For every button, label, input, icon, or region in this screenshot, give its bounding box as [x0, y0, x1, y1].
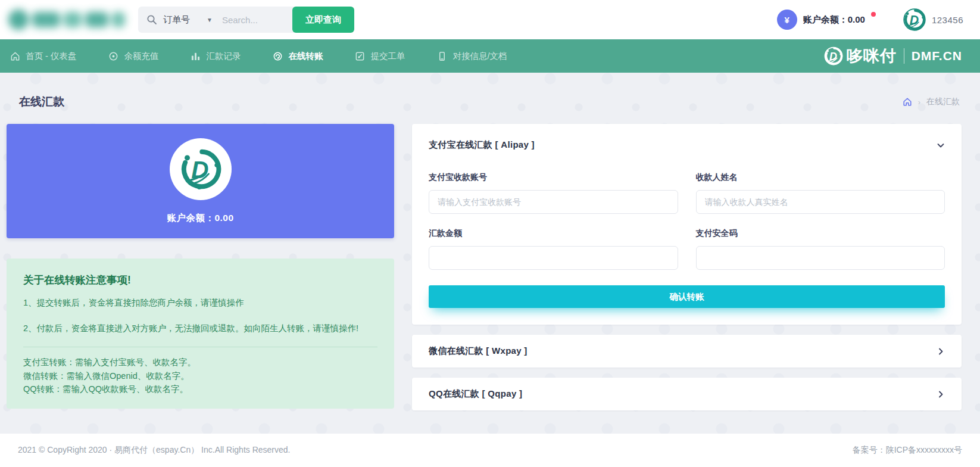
- copyright-text: 2021 © CopyRight 2020 · 易商代付（espay.Cn） I…: [18, 445, 290, 456]
- notice-tip: 支付宝转账：需输入支付宝账号、收款名字。: [23, 356, 377, 369]
- security-code-input[interactable]: [696, 246, 945, 270]
- payee-name-input[interactable]: [696, 190, 945, 214]
- brand-divider: [904, 48, 904, 64]
- alipay-account-input[interactable]: [429, 190, 678, 214]
- brand-avatar-icon: [903, 8, 926, 31]
- balance-card-logo: [170, 138, 232, 200]
- notification-dot: [871, 12, 876, 17]
- confirm-transfer-button[interactable]: 确认转账: [429, 285, 945, 308]
- nav-item-records[interactable]: 汇款记录: [174, 39, 257, 73]
- ticket-edit-icon: [355, 51, 365, 61]
- search-icon: [146, 14, 157, 25]
- chevron-right-icon[interactable]: [937, 347, 945, 356]
- brand-name-en: DMF.CN: [912, 49, 962, 63]
- field-label-account: 支付宝收款账号: [429, 172, 678, 183]
- wxpay-panel: 微信在线汇款 [ Wxpay ]: [412, 335, 962, 368]
- alipay-panel: 支付宝在线汇款 [ Alipay ] 支付宝收款账号 收款人姓名: [412, 124, 962, 325]
- icp-record-text: 备案号：陕ICP备xxxxxxxxx号: [853, 445, 962, 456]
- site-logo-blurred[interactable]: [8, 7, 125, 32]
- brand-name-cn: 哆咪付: [847, 45, 897, 67]
- field-label-payee-name: 收款人姓名: [696, 172, 945, 183]
- qqpay-panel: QQ在线汇款 [ Qqpay ]: [412, 378, 962, 410]
- breadcrumb-home-icon[interactable]: [903, 97, 912, 107]
- chevron-right-icon[interactable]: [937, 390, 945, 398]
- breadcrumb-separator: ›: [918, 98, 920, 107]
- search-category-value: 订单号: [163, 14, 190, 26]
- header-balance-value: 0.00: [848, 14, 865, 24]
- chevron-down-icon[interactable]: [937, 141, 945, 150]
- account-balance-menu[interactable]: ¥ 账户余额：0.00: [777, 10, 876, 30]
- username: 123456: [932, 15, 963, 25]
- main-nav: 首页 - 仪表盘 余额充值 汇款记录 在线转账 提交工单 对接信息/文档 哆咪付…: [0, 39, 980, 73]
- nav-item-dashboard[interactable]: 首页 - 仪表盘: [0, 39, 92, 73]
- yuan-icon: ¥: [777, 10, 797, 30]
- nav-item-ticket[interactable]: 提交工单: [339, 39, 421, 73]
- search-category-select[interactable]: 订单号 ▼: [163, 14, 222, 26]
- field-label-security-code: 支付安全码: [696, 228, 945, 239]
- nav-item-transfer[interactable]: 在线转账: [257, 39, 339, 73]
- balance-card-value: 0.00: [214, 213, 233, 223]
- notice-item: 2、付款后，资金将直接进入对方账户，无法撤回或退款。如向陌生人转账，请谨慎操作!: [23, 322, 377, 335]
- user-menu[interactable]: 123456: [903, 8, 963, 31]
- qqpay-panel-header[interactable]: QQ在线汇款 [ Qqpay ]: [412, 378, 962, 410]
- top-header: 订单号 ▼ 立即查询 ¥ 账户余额：0.00 123456: [0, 0, 980, 39]
- transfer-notice-card: 关于在线转账注意事项! 1、提交转账后，资金将直接扣除您商户余额，请谨慎操作 2…: [7, 259, 394, 409]
- recharge-icon: [108, 51, 118, 61]
- order-search-bar: 订单号 ▼ 立即查询: [138, 7, 354, 33]
- home-icon: [10, 51, 20, 61]
- nav-item-docs[interactable]: 对接信息/文档: [421, 39, 523, 73]
- alipay-panel-title: 支付宝在线汇款 [ Alipay ]: [429, 139, 535, 151]
- notice-tip: 微信转账：需输入微信Openid、收款名字。: [23, 369, 377, 382]
- wxpay-panel-title: 微信在线汇款 [ Wxpay ]: [429, 345, 528, 357]
- breadcrumb: › 在线汇款: [903, 96, 960, 107]
- balance-card: 账户余额：0.00: [7, 124, 394, 238]
- breadcrumb-current: 在线汇款: [926, 96, 960, 107]
- search-input[interactable]: [222, 15, 292, 25]
- notice-item: 1、提交转账后，资金将直接扣除您商户余额，请谨慎操作: [23, 297, 377, 309]
- alipay-panel-header[interactable]: 支付宝在线汇款 [ Alipay ]: [412, 124, 962, 151]
- nav-item-recharge[interactable]: 余额充值: [92, 39, 174, 73]
- notice-tip: QQ转账：需输入QQ收款账号、收款名字。: [23, 382, 377, 396]
- page-title: 在线汇款: [19, 94, 64, 110]
- notice-divider: [23, 347, 377, 347]
- notice-title: 关于在线转账注意事项!: [23, 273, 377, 287]
- records-chart-icon: [191, 51, 201, 61]
- transfer-icon: [273, 51, 283, 61]
- page-footer: 2021 © CopyRight 2020 · 易商代付（espay.Cn） I…: [0, 434, 980, 467]
- brand-logo: 哆咪付 DMF.CN: [824, 39, 962, 73]
- docs-icon: [437, 51, 447, 61]
- chevron-down-icon: ▼: [207, 17, 213, 23]
- qqpay-panel-title: QQ在线汇款 [ Qqpay ]: [429, 388, 522, 400]
- query-now-button[interactable]: 立即查询: [292, 7, 354, 33]
- field-label-amount: 汇款金额: [429, 228, 678, 239]
- brand-ring-icon: [824, 46, 843, 66]
- balance-card-text: 账户余额：0.00: [167, 212, 233, 225]
- wxpay-panel-header[interactable]: 微信在线汇款 [ Wxpay ]: [412, 335, 962, 368]
- header-balance-label: 账户余额：0.00: [803, 10, 865, 30]
- alipay-form: 支付宝收款账号 收款人姓名 汇款金额 支付安全码: [412, 151, 962, 325]
- amount-input[interactable]: [429, 246, 678, 270]
